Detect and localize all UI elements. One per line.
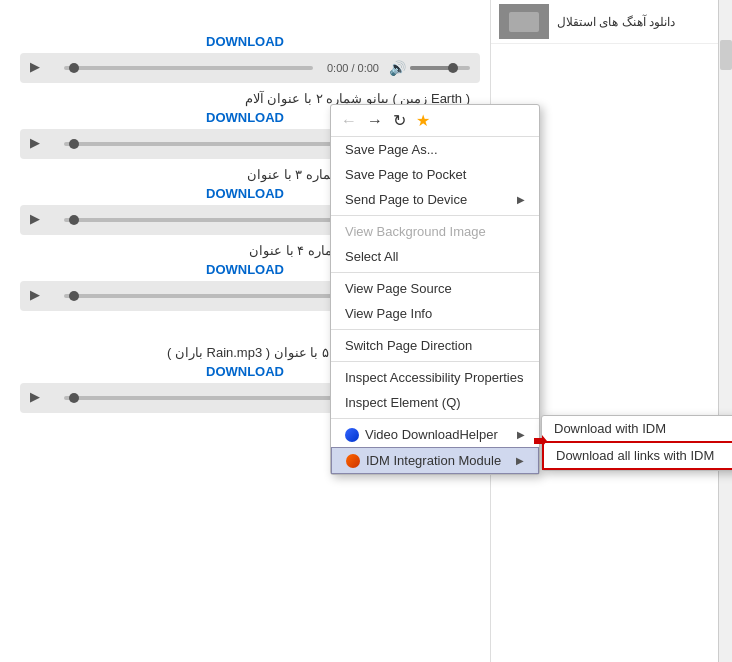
submenu-item-download-with-idm[interactable]: Download with IDM [542, 416, 732, 441]
menu-item-save-to-pocket[interactable]: Save Page to Pocket [331, 162, 539, 187]
menu-item-video-downloadhelper[interactable]: Video DownloadHelper ▶ [331, 422, 539, 447]
idm-item-content: IDM Integration Module [346, 453, 501, 468]
submenu-item-download-all-idm[interactable]: Download all links with IDM [542, 441, 732, 470]
play-button-5[interactable]: ▶ [30, 389, 48, 407]
context-menu: ← → ↻ ★ Save Page As... Save Page to Poc… [330, 104, 540, 475]
menu-item-idm-integration[interactable]: IDM Integration Module ▶ [331, 447, 539, 474]
idm-icon [346, 454, 360, 468]
submenu-connector [534, 434, 548, 451]
separator-2 [331, 272, 539, 273]
context-menu-nav: ← → ↻ ★ [331, 105, 539, 137]
separator-5 [331, 418, 539, 419]
progress-bar-5[interactable] [64, 396, 344, 400]
audio-player-1: ▶ 0:00 / 0:00 🔊 [20, 53, 480, 83]
menu-item-inspect-accessibility[interactable]: Inspect Accessibility Properties [331, 365, 539, 390]
separator-4 [331, 361, 539, 362]
idm-submenu: Download with IDM Download all links wit… [541, 415, 732, 471]
vh-arrow: ▶ [517, 429, 525, 440]
separator-3 [331, 329, 539, 330]
progress-bar-4[interactable] [64, 294, 344, 298]
menu-item-switch-direction[interactable]: Switch Page Direction [331, 333, 539, 358]
vh-icon [345, 428, 359, 442]
scrollbar[interactable] [718, 0, 732, 662]
bookmark-icon[interactable]: ★ [416, 111, 430, 130]
menu-item-inspect-element[interactable]: Inspect Element (Q) [331, 390, 539, 415]
menu-item-view-page-info[interactable]: View Page Info [331, 301, 539, 326]
send-to-device-arrow: ▶ [517, 194, 525, 205]
menu-item-select-all[interactable]: Select All [331, 244, 539, 269]
send-to-device-label: Send Page to Device [345, 192, 467, 207]
menu-item-send-to-device[interactable]: Send Page to Device ▶ [331, 187, 539, 212]
menu-item-view-bg-image: View Background Image [331, 219, 539, 244]
progress-bar-2[interactable] [64, 142, 344, 146]
separator-1 [331, 215, 539, 216]
refresh-icon[interactable]: ↻ [393, 111, 406, 130]
scrollbar-thumb[interactable] [720, 40, 732, 70]
download-link-1[interactable]: DOWNLOAD [20, 34, 470, 49]
sidebar-thumbnail [499, 4, 549, 39]
idm-label: IDM Integration Module [366, 453, 501, 468]
volume-icon-1: 🔊 [389, 60, 406, 76]
forward-icon[interactable]: → [367, 112, 383, 130]
play-button-2[interactable]: ▶ [30, 135, 48, 153]
menu-item-save-page-as[interactable]: Save Page As... [331, 137, 539, 162]
menu-item-view-page-source[interactable]: View Page Source [331, 276, 539, 301]
back-icon[interactable]: ← [341, 112, 357, 130]
play-button-3[interactable]: ▶ [30, 211, 48, 229]
play-button-1[interactable]: ▶ [30, 59, 48, 77]
idm-arrow: ▶ [516, 455, 524, 466]
play-button-4[interactable]: ▶ [30, 287, 48, 305]
progress-bar-1[interactable] [64, 66, 313, 70]
volume-bar-1[interactable] [410, 66, 470, 70]
sidebar-item-title: دانلود آهنگ های استقلال [557, 15, 675, 29]
sidebar-item-1[interactable]: دانلود آهنگ های استقلال [491, 0, 732, 44]
vh-item-content: Video DownloadHelper [345, 427, 498, 442]
time-display-1: 0:00 / 0:00 [327, 62, 379, 74]
vh-label: Video DownloadHelper [365, 427, 498, 442]
progress-bar-3[interactable] [64, 218, 344, 222]
svg-marker-0 [534, 435, 547, 447]
